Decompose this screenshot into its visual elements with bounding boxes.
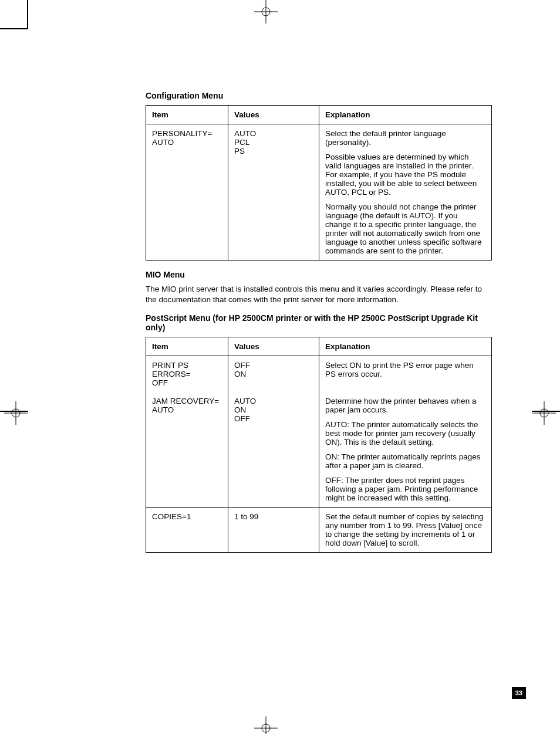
- section-title-postscript: PostScript Menu (for HP 2500CM printer o…: [146, 313, 492, 332]
- registration-mark-icon: [254, 0, 278, 23]
- table-header-row: Item Values Explanation: [146, 106, 492, 124]
- col-header-item: Item: [146, 106, 228, 124]
- cell-values: 1 to 99: [228, 508, 319, 553]
- table-row: COPIES=1 1 to 99 Set the default number …: [146, 508, 492, 553]
- table-row: PERSONALITY= AUTO AUTO PCL PS Select the…: [146, 124, 492, 261]
- cell-explanation: Set the default number of copies by sele…: [319, 508, 492, 553]
- config-menu-table: Item Values Explanation PERSONALITY= AUT…: [146, 105, 492, 261]
- table-header-row: Item Values Explanation: [146, 337, 492, 356]
- section-title-mio: MIO Menu: [146, 270, 492, 279]
- col-header-values: Values: [228, 106, 319, 124]
- registration-mark-icon: [4, 401, 28, 425]
- section-title-config: Configuration Menu: [146, 91, 492, 100]
- mio-menu-text: The MIO print server that is installed c…: [146, 284, 492, 305]
- cell-values: OFF ON: [228, 356, 319, 393]
- cell-values: AUTO ON OFF: [228, 392, 319, 508]
- postscript-menu-table: Item Values Explanation PRINT PS ERRORS=…: [146, 337, 492, 553]
- cell-explanation: Select ON to print the PS error page whe…: [319, 356, 492, 393]
- table-row: JAM RECOVERY= AUTO AUTO ON OFF Determine…: [146, 392, 492, 508]
- col-header-explanation: Explanation: [319, 337, 492, 356]
- col-header-explanation: Explanation: [319, 106, 492, 124]
- page-content: Configuration Menu Item Values Explanati…: [146, 91, 492, 562]
- col-header-values: Values: [228, 337, 319, 356]
- cell-item: COPIES=1: [146, 508, 228, 553]
- cell-item: JAM RECOVERY= AUTO: [146, 392, 228, 508]
- cell-explanation: Select the default printer language (per…: [319, 124, 492, 261]
- page-number: 33: [512, 687, 526, 699]
- col-header-item: Item: [146, 337, 228, 356]
- registration-mark-icon: [254, 716, 278, 734]
- cell-item: PRINT PS ERRORS= OFF: [146, 356, 228, 393]
- cell-explanation: Determine how the printer behaves when a…: [319, 392, 492, 508]
- table-row: PRINT PS ERRORS= OFF OFF ON Select ON to…: [146, 356, 492, 393]
- cell-item: PERSONALITY= AUTO: [146, 124, 228, 261]
- registration-mark-icon: [532, 401, 556, 425]
- cell-values: AUTO PCL PS: [228, 124, 319, 261]
